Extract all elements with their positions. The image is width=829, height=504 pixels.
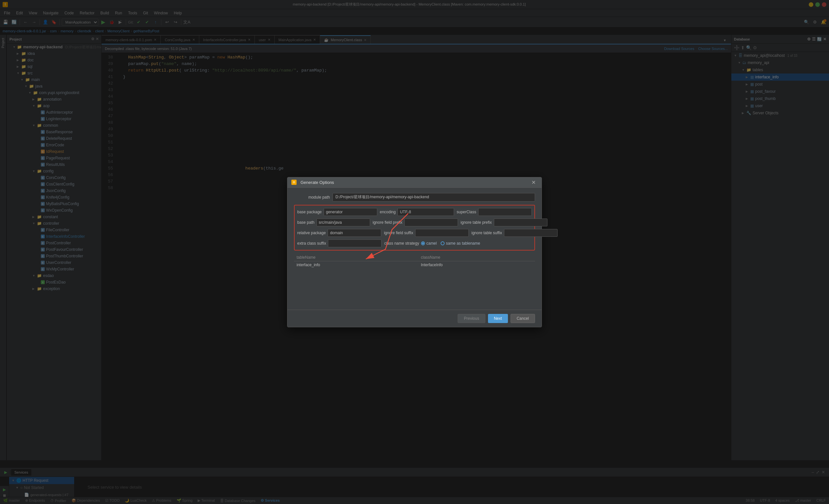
base-package-group: base package — [297, 208, 377, 216]
base-path-label: base path — [297, 220, 315, 225]
base-path-group: base path — [297, 218, 370, 226]
class-name-strategy-label: class name strategy — [384, 241, 419, 246]
base-path-input[interactable] — [317, 218, 370, 226]
table-body: interface_info InterfaceInfo — [294, 261, 535, 268]
relative-package-group: relative package — [297, 229, 381, 237]
ignore-field-prefix-group: ignore field prefix — [373, 218, 458, 226]
row3: relative package ignore field suffix ign… — [297, 229, 532, 237]
extra-class-suffix-group: extra class suffix — [297, 240, 382, 247]
generate-options-modal: ⚙ Generate Options ✕ module path base pa… — [287, 177, 542, 327]
same-radio-item[interactable]: same as tablename — [441, 241, 480, 246]
previous-button[interactable]: Previous — [458, 314, 485, 323]
cancel-button[interactable]: Cancel — [510, 314, 535, 323]
table-row[interactable]: interface_info InterfaceInfo — [294, 261, 535, 268]
encoding-label: encoding — [380, 210, 396, 214]
base-package-input[interactable] — [324, 208, 377, 216]
modal-title: Generate Options — [300, 180, 334, 185]
ignore-table-suffix-label: ignore table suffix — [471, 230, 502, 235]
ignore-table-prefix-group: ignore table prefix — [461, 218, 547, 226]
table-name-cell: interface_info — [294, 261, 419, 268]
ignore-table-suffix-group: ignore table suffix — [471, 229, 557, 237]
encoding-input[interactable] — [398, 208, 454, 216]
camel-radio-item[interactable]: camel — [421, 241, 437, 246]
table-header: tableName className — [294, 254, 535, 261]
extra-class-suffix-input[interactable] — [328, 240, 382, 247]
row2: base path ignore field prefix ignore tab… — [297, 218, 532, 226]
module-path-row: module path — [294, 193, 535, 202]
class-name-header: className — [419, 254, 535, 261]
modal-title-bar: ⚙ Generate Options ✕ — [287, 177, 542, 188]
ignore-table-prefix-input[interactable] — [494, 218, 547, 226]
generate-options-overlay: ⚙ Generate Options ✕ module path base pa… — [0, 0, 829, 504]
ignore-field-prefix-label: ignore field prefix — [373, 220, 402, 225]
base-package-label: base package — [297, 210, 322, 214]
superclass-group: superClass — [457, 208, 532, 216]
next-button[interactable]: Next — [488, 314, 508, 323]
row1: base package encoding superClass — [297, 208, 532, 216]
relative-package-input[interactable] — [328, 229, 381, 237]
ignore-field-suffix-input[interactable] — [415, 229, 469, 237]
same-radio[interactable] — [441, 241, 444, 245]
module-path-label: module path — [294, 195, 330, 200]
modal-footer: Previous Next Cancel — [287, 310, 542, 327]
row4: extra class suffix class name strategy c… — [297, 240, 532, 247]
ignore-field-prefix-input[interactable] — [404, 218, 458, 226]
class-name-strategy-radios: camel same as tablename — [421, 241, 480, 246]
modal-body: module path base package encoding — [287, 188, 542, 310]
encoding-group: encoding — [380, 208, 454, 216]
modal-close-button[interactable]: ✕ — [530, 179, 538, 186]
ignore-field-suffix-group: ignore field suffix — [384, 229, 469, 237]
extra-class-suffix-label: extra class suffix — [297, 241, 326, 246]
superclass-input[interactable] — [478, 208, 532, 216]
ignore-table-suffix-input[interactable] — [504, 229, 557, 237]
options-section: base package encoding superClass — [294, 205, 535, 251]
camel-radio[interactable] — [421, 241, 425, 245]
module-path-input[interactable] — [332, 193, 535, 202]
ignore-field-suffix-label: ignore field suffix — [384, 230, 413, 235]
modal-icon: ⚙ — [291, 180, 297, 185]
ignore-table-prefix-label: ignore table prefix — [461, 220, 492, 225]
superclass-label: superClass — [457, 210, 476, 214]
relative-package-label: relative package — [297, 230, 326, 235]
class-name-strategy-group: class name strategy camel same as tablen… — [384, 240, 532, 247]
class-name-cell: InterfaceInfo — [419, 261, 535, 268]
tables-table: tableName className interface_info Inter… — [294, 254, 535, 269]
table-name-header: tableName — [294, 254, 419, 261]
